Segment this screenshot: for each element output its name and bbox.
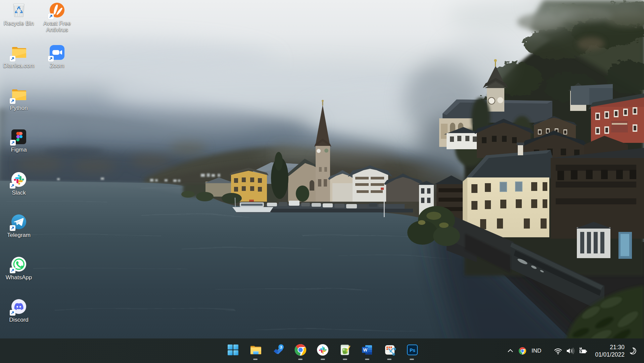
svg-text:3: 3 [280, 345, 282, 349]
svg-text:Ps: Ps [410, 348, 415, 353]
